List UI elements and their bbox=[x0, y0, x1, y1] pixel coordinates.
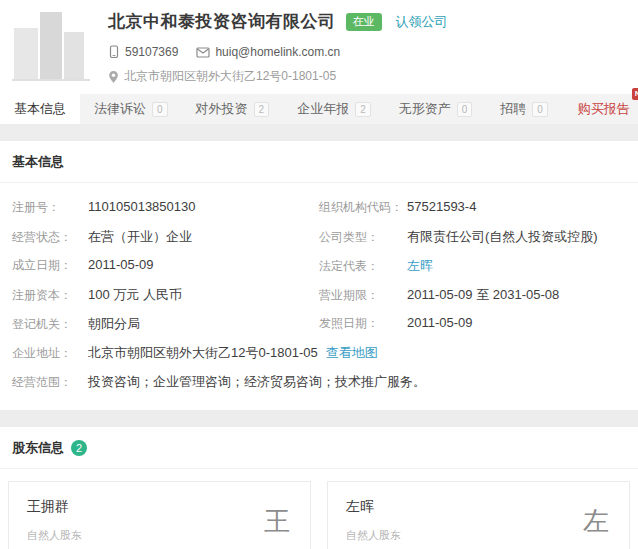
email-segment: huiq@homelink.com.cn bbox=[196, 45, 340, 59]
field-org-code: 组织机构代码： 57521593-4 bbox=[319, 199, 626, 216]
field-label: 组织机构代码： bbox=[319, 199, 407, 216]
field-row: 成立日期： 2011-05-09 法定代表： 左晖 bbox=[12, 251, 626, 280]
tab-count-badge: 2 bbox=[254, 102, 270, 117]
shareholders-section-title: 股东信息 bbox=[12, 439, 64, 457]
email-address: huiq@homelink.com.cn bbox=[215, 45, 340, 59]
field-reg-number: 注册号： 110105013850130 bbox=[12, 199, 319, 216]
avatar: 王 bbox=[264, 504, 290, 539]
field-registration-authority: 登记机关： 朝阳分局 bbox=[12, 315, 319, 333]
tab-count-badge: 0 bbox=[457, 102, 473, 117]
shareholder-type: 自然人股东 bbox=[346, 528, 611, 543]
field-license-date: 发照日期： 2011-05-09 bbox=[319, 315, 626, 332]
field-label: 公司类型： bbox=[319, 229, 407, 246]
page-title: 北京中和泰投资咨询有限公司 bbox=[108, 10, 336, 33]
field-registered-capital: 注册资本： 100 万元 人民币 bbox=[12, 286, 319, 304]
tab-count-badge: 0 bbox=[532, 102, 548, 117]
field-label: 经营范围： bbox=[12, 374, 88, 391]
field-operating-status: 经营状态： 在营（开业）企业 bbox=[12, 228, 319, 246]
field-value: 100 万元 人民币 bbox=[88, 286, 182, 304]
field-label: 注册号： bbox=[12, 199, 88, 216]
field-legal-representative: 法定代表： 左晖 bbox=[319, 257, 626, 275]
tab-basic-info[interactable]: 基本信息 bbox=[0, 94, 80, 124]
tab-label: 无形资产 bbox=[399, 94, 451, 124]
field-company-type: 公司类型： 有限责任公司(自然人投资或控股) bbox=[319, 228, 626, 246]
field-label: 法定代表： bbox=[319, 258, 407, 275]
tab-count-badge: 2 bbox=[355, 102, 371, 117]
field-label: 经营状态： bbox=[12, 229, 88, 246]
tab-count-badge: 0 bbox=[152, 102, 168, 117]
shareholder-cards: 王拥群 自然人股东 认缴出资额：万元 王 左晖 自然人股东 认缴出资额：万元 左 bbox=[0, 469, 638, 549]
tab-label: 法律诉讼 bbox=[94, 94, 146, 124]
shareholders-section-header: 股东信息 2 bbox=[0, 427, 638, 469]
field-value: 2011-05-09 bbox=[407, 315, 473, 330]
avatar: 左 bbox=[583, 504, 609, 539]
field-business-scope-row: 经营范围： 投资咨询；企业管理咨询；经济贸易咨询；技术推广服务。 bbox=[12, 367, 626, 396]
tab-legal-litigation[interactable]: 法律诉讼 0 bbox=[80, 94, 182, 124]
field-value: 2011-05-09 至 2031-05-08 bbox=[407, 286, 559, 304]
company-address: 北京市朝阳区朝外大街乙12号0-1801-05 bbox=[124, 68, 336, 85]
field-label: 注册资本： bbox=[12, 287, 88, 304]
field-label: 登记机关： bbox=[12, 316, 88, 333]
field-row: 注册资本： 100 万元 人民币 营业期限： 2011-05-09 至 2031… bbox=[12, 280, 626, 309]
location-icon bbox=[108, 70, 119, 84]
shareholder-name[interactable]: 王拥群 bbox=[27, 498, 292, 516]
mail-icon bbox=[196, 47, 210, 58]
basic-info-fields: 注册号： 110105013850130 组织机构代码： 57521593-4 … bbox=[0, 183, 638, 410]
field-value: 57521593-4 bbox=[407, 199, 476, 214]
field-value: 北京市朝阳区朝外大街乙12号0-1801-05 bbox=[88, 344, 318, 362]
tab-intangible-assets[interactable]: 无形资产 0 bbox=[385, 94, 487, 124]
claim-company-link[interactable]: 认领公司 bbox=[396, 13, 448, 31]
field-row: 登记机关： 朝阳分局 发照日期： 2011-05-09 bbox=[12, 309, 626, 338]
new-badge: NEW bbox=[632, 88, 638, 100]
tab-label: 基本信息 bbox=[14, 94, 66, 124]
field-value: 有限责任公司(自然人投资或控股) bbox=[407, 228, 598, 246]
field-value: 在营（开业）企业 bbox=[88, 228, 192, 246]
tab-label: 招聘 bbox=[500, 94, 526, 124]
tab-annual-report[interactable]: 企业年报 2 bbox=[283, 94, 385, 124]
basic-info-section-title: 基本信息 bbox=[0, 141, 638, 183]
field-value: 投资咨询；企业管理咨询；经济贸易咨询；技术推广服务。 bbox=[88, 373, 426, 391]
phone-segment: 59107369 bbox=[108, 45, 178, 59]
field-label: 成立日期： bbox=[12, 257, 88, 274]
tab-label: 企业年报 bbox=[297, 94, 349, 124]
company-logo-icon bbox=[12, 8, 92, 86]
field-business-term: 营业期限： 2011-05-09 至 2031-05-08 bbox=[319, 286, 626, 304]
field-row: 注册号： 110105013850130 组织机构代码： 57521593-4 bbox=[12, 193, 626, 222]
field-label: 营业期限： bbox=[319, 287, 407, 304]
legal-representative-link[interactable]: 左晖 bbox=[407, 257, 433, 275]
tab-label: 购买报告 bbox=[578, 94, 630, 124]
shareholders-count-badge: 2 bbox=[71, 440, 87, 456]
field-company-address-row: 企业地址： 北京市朝阳区朝外大街乙12号0-1801-05 查看地图 bbox=[12, 338, 626, 367]
shareholder-type: 自然人股东 bbox=[27, 528, 292, 543]
field-establish-date: 成立日期： 2011-05-09 bbox=[12, 257, 319, 274]
field-label: 企业地址： bbox=[12, 345, 88, 362]
field-value: 110105013850130 bbox=[88, 199, 196, 214]
phone-number: 59107369 bbox=[125, 45, 178, 59]
tab-recruitment[interactable]: 招聘 0 bbox=[486, 94, 562, 124]
shareholder-card[interactable]: 左晖 自然人股东 认缴出资额：万元 左 bbox=[327, 481, 630, 549]
shareholders-panel: 股东信息 2 王拥群 自然人股东 认缴出资额：万元 王 左晖 自然人股东 认缴出… bbox=[0, 427, 638, 549]
tab-bar: 基本信息 法律诉讼 0 对外投资 2 企业年报 2 无形资产 0 招聘 0 购买… bbox=[0, 94, 638, 124]
field-business-scope: 经营范围： 投资咨询；企业管理咨询；经济贸易咨询；技术推广服务。 bbox=[12, 373, 626, 391]
basic-info-panel: 基本信息 注册号： 110105013850130 组织机构代码： 575215… bbox=[0, 141, 638, 410]
tab-label: 对外投资 bbox=[196, 94, 248, 124]
field-company-address: 企业地址： 北京市朝阳区朝外大街乙12号0-1801-05 查看地图 bbox=[12, 344, 626, 362]
field-label: 发照日期： bbox=[319, 315, 407, 332]
field-value: 2011-05-09 bbox=[88, 257, 154, 272]
phone-icon bbox=[108, 45, 120, 59]
view-map-link[interactable]: 查看地图 bbox=[326, 344, 378, 362]
shareholder-name[interactable]: 左晖 bbox=[346, 498, 611, 516]
shareholder-card[interactable]: 王拥群 自然人股东 认缴出资额：万元 王 bbox=[8, 481, 311, 549]
field-row: 经营状态： 在营（开业）企业 公司类型： 有限责任公司(自然人投资或控股) bbox=[12, 222, 626, 251]
company-header: 北京中和泰投资咨询有限公司 在业 认领公司 59107369 huiq@home… bbox=[0, 0, 638, 94]
tab-buy-report[interactable]: 购买报告 NEW bbox=[564, 94, 638, 124]
status-badge: 在业 bbox=[346, 13, 382, 31]
tab-outbound-investment[interactable]: 对外投资 2 bbox=[182, 94, 284, 124]
field-value: 朝阳分局 bbox=[88, 315, 140, 333]
